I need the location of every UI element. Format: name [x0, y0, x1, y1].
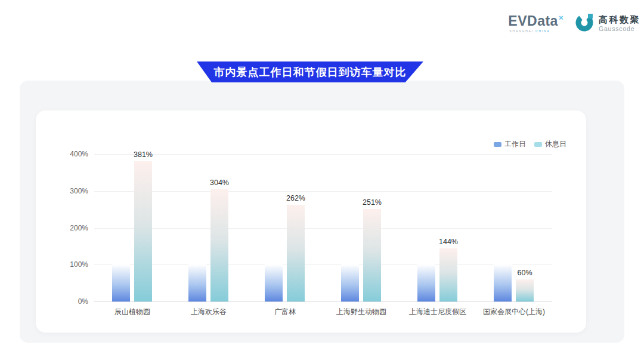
- gausscode-cn-name: 高科数聚: [599, 14, 640, 24]
- bar-value-label: 262%: [286, 194, 305, 202]
- x-axis-category-label: 广富林: [274, 307, 296, 317]
- legend-label: 休息日: [545, 139, 566, 149]
- gausscode-text: 高科数聚 Gausscode: [599, 14, 640, 32]
- bar-休息日: [363, 209, 381, 302]
- bar-工作日: [417, 264, 435, 302]
- x-axis-category-label: 上海野生动物园: [336, 307, 386, 317]
- bar-工作日: [112, 264, 130, 302]
- content-panel: 工作日休息日 0%100%200%300%400%辰山植物园381%上海欢乐谷3…: [20, 81, 624, 343]
- report-page: EVData× SHANGHAI CHINA 高科数聚 Gausscode 市内…: [0, 0, 644, 363]
- bar-value-label: 60%: [517, 269, 532, 277]
- legend-item-工作日[interactable]: 工作日: [494, 139, 526, 149]
- y-axis-tick-label: 200%: [70, 224, 88, 232]
- y-axis-tick-label: 0%: [78, 297, 88, 306]
- evdata-subtext-china: CHINA: [535, 29, 550, 33]
- chart-legend: 工作日休息日: [494, 139, 566, 149]
- y-axis-tick-label: 100%: [70, 260, 88, 269]
- chart-card: 工作日休息日 0%100%200%300%400%辰山植物园381%上海欢乐谷3…: [36, 110, 586, 333]
- bar-休息日: [439, 248, 457, 302]
- bar-工作日: [265, 264, 283, 302]
- y-axis-tick-label: 300%: [70, 187, 88, 195]
- legend-swatch: [534, 142, 542, 147]
- page-title: 市内景点工作日和节假日到访车量对比: [214, 65, 407, 79]
- gausscode-en-name: Gausscode: [599, 25, 640, 32]
- bar-value-label: 304%: [210, 179, 229, 187]
- bar-工作日: [341, 264, 359, 302]
- evdata-subtext: SHANGHAI CHINA: [508, 30, 564, 33]
- legend-item-休息日[interactable]: 休息日: [534, 139, 566, 149]
- bar-工作日: [494, 264, 512, 302]
- y-gridline: [94, 191, 552, 192]
- y-gridline: [94, 154, 552, 155]
- evdata-text: EVData: [508, 13, 558, 29]
- x-axis-category-label: 辰山植物园: [114, 307, 150, 317]
- evdata-x-icon: ×: [559, 13, 564, 22]
- gausscode-icon: [574, 12, 595, 35]
- bar-休息日: [287, 205, 305, 302]
- evdata-logo: EVData× SHANGHAI CHINA: [508, 14, 564, 33]
- bar-工作日: [188, 264, 206, 302]
- y-axis-tick-label: 400%: [70, 150, 88, 158]
- bar-value-label: 144%: [439, 238, 458, 246]
- bar-休息日: [210, 189, 228, 302]
- title-banner: 市内景点工作日和节假日到访车量对比: [197, 61, 423, 82]
- header-logos: EVData× SHANGHAI CHINA 高科数聚 Gausscode: [508, 12, 640, 35]
- x-axis-category-label: 上海迪士尼度假区: [409, 307, 466, 317]
- bar-休息日: [134, 161, 152, 302]
- evdata-subtext-shanghai: SHANGHAI: [509, 29, 534, 33]
- x-axis-category-label: 国家会展中心(上海): [483, 307, 545, 317]
- y-gridline: [94, 264, 552, 265]
- legend-label: 工作日: [504, 139, 526, 149]
- evdata-wordmark: EVData×: [508, 14, 564, 28]
- legend-swatch: [494, 142, 501, 147]
- x-axis-category-label: 上海欢乐谷: [191, 307, 227, 317]
- x-axis-line: [94, 302, 552, 302]
- bar-休息日: [516, 279, 534, 302]
- y-gridline: [94, 228, 552, 229]
- bar-value-label: 381%: [134, 150, 153, 159]
- gausscode-logo: 高科数聚 Gausscode: [574, 12, 640, 35]
- plot-area: 0%100%200%300%400%辰山植物园381%上海欢乐谷304%广富林2…: [94, 154, 552, 302]
- bar-value-label: 251%: [363, 198, 382, 207]
